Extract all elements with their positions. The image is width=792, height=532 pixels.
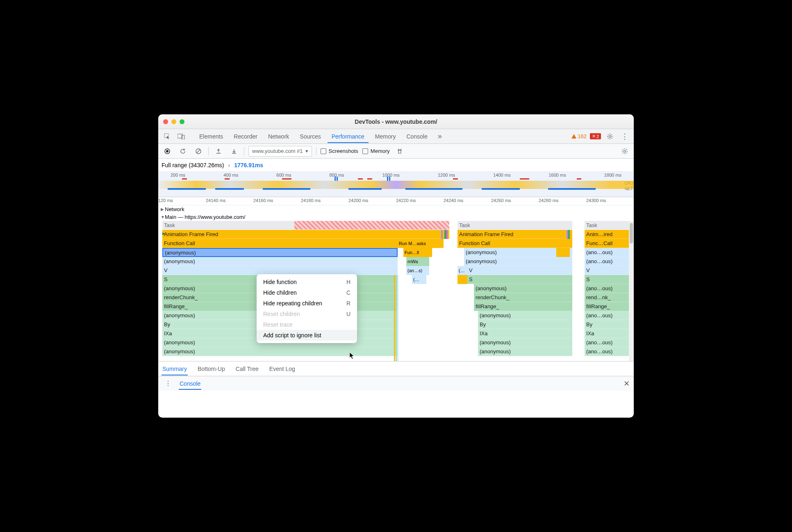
tick-label: 24260 ms (491, 198, 539, 205)
ctx-shortcut: R (346, 300, 350, 307)
console-drawer: ⋮ Console ✕ (158, 376, 634, 391)
tab-network[interactable]: Network (264, 130, 293, 143)
reload-record-button[interactable] (177, 146, 189, 157)
tab-bottom-up[interactable]: Bottom-Up (197, 362, 226, 375)
settings-icon[interactable] (604, 131, 616, 142)
flame-slice[interactable]: Fun…ll (403, 248, 432, 257)
ctx-add-to-ignore-list[interactable]: Add script to ignore list (257, 330, 357, 341)
flame-event[interactable]: Animation Frame Fired (162, 230, 449, 239)
flame-ixa[interactable]: IXa (478, 329, 572, 338)
flame-anonymous[interactable]: (anonymous) (478, 338, 572, 347)
flame-anonymous[interactable]: (anonymous) (478, 311, 572, 320)
flame-chart[interactable]: ▸ Task Animation Frame Fired Function Ca… (158, 221, 634, 361)
flame-fill-range[interactable]: fillRange_ (585, 302, 629, 311)
flame-slice[interactable] (457, 275, 467, 284)
flame-event[interactable]: Anim…ired (585, 230, 629, 239)
flame-event[interactable]: Animation Frame Fired (457, 230, 572, 239)
errors-badge[interactable]: ✕ 2 (590, 133, 601, 139)
flame-anonymous[interactable]: (ano…ous) (585, 284, 629, 293)
breadcrumb-full-range[interactable]: Full range (34307.26ms) (162, 162, 224, 168)
main-section-header[interactable]: ▼ Main — https://www.youtube.com/ (158, 213, 634, 221)
drawer-tab-console[interactable]: Console (179, 377, 201, 390)
upload-icon[interactable] (213, 146, 224, 157)
flame-fill-range[interactable]: fillRange_ (474, 302, 572, 311)
tab-elements[interactable]: Elements (195, 130, 227, 143)
flame-slice[interactable]: (… (412, 275, 426, 284)
flame-anonymous-selected[interactable]: (anonymous) (162, 248, 398, 257)
flame-by[interactable]: By (585, 320, 629, 329)
ctx-hide-function[interactable]: Hide function H (257, 277, 357, 287)
flame-task[interactable]: Task (162, 221, 449, 230)
tick-label: 24140 ms (206, 198, 253, 205)
tick-label: 24240 ms (444, 198, 491, 205)
close-drawer-button[interactable]: ✕ (624, 379, 630, 388)
screenshots-toggle[interactable]: Screenshots (321, 148, 358, 154)
flame-anonymous[interactable]: (anonymous) (162, 347, 398, 356)
profile-selector-dropdown[interactable]: www.youtube.com #1 ▾ (248, 146, 312, 157)
flame-v[interactable]: V (467, 266, 572, 275)
pause-marker-icon (387, 177, 391, 181)
flame-slice[interactable]: (… (457, 266, 467, 275)
flame-v[interactable]: V (585, 266, 629, 275)
tab-recorder[interactable]: Recorder (230, 130, 262, 143)
flame-slice[interactable]: mWa (406, 257, 429, 266)
pause-marker-icon (334, 177, 338, 181)
more-tabs-icon[interactable]: » (434, 131, 446, 142)
inspect-icon[interactable] (162, 131, 173, 142)
clear-button[interactable] (193, 146, 204, 157)
tab-performance[interactable]: Performance (328, 130, 369, 143)
ctx-reset-children: Reset children U (257, 309, 357, 319)
flame-function-call[interactable]: Function Call (457, 239, 572, 248)
tab-summary[interactable]: Summary (162, 362, 188, 375)
flame-v[interactable]: V (162, 266, 398, 275)
ctx-hide-repeating-children[interactable]: Hide repeating children R (257, 298, 357, 309)
tab-sources[interactable]: Sources (296, 130, 325, 143)
profile-selector-label: www.youtube.com #1 (252, 148, 303, 154)
tick-label: 24220 ms (396, 198, 444, 205)
warnings-badge[interactable]: 162 (571, 133, 587, 139)
flame-anonymous[interactable]: (ano…ous) (585, 338, 629, 347)
breadcrumb-current[interactable]: 1776.91ms (234, 162, 263, 168)
download-icon[interactable] (228, 146, 240, 157)
flame-slice[interactable]: (an…s) (406, 266, 429, 275)
tab-event-log[interactable]: Event Log (269, 362, 296, 375)
flame-render-chunk[interactable]: rend…nk_ (585, 293, 629, 302)
flame-anonymous[interactable]: (anonymous) (162, 257, 398, 266)
memory-toggle[interactable]: Memory (362, 148, 390, 154)
panel-settings-icon[interactable] (619, 146, 630, 157)
flame-ixa[interactable]: IXa (585, 329, 629, 338)
flame-slice[interactable] (556, 248, 570, 257)
flame-s[interactable]: S (467, 275, 572, 284)
flame-s[interactable]: S (585, 275, 629, 284)
flame-task[interactable]: Task (585, 221, 629, 230)
flame-anonymous[interactable]: (ano…ous) (585, 257, 629, 266)
flame-function-call[interactable]: Func…Call (585, 239, 629, 248)
flame-anonymous[interactable]: (ano…ous) (585, 311, 629, 320)
main-tabstrip: Elements Recorder Network Sources Perfor… (158, 129, 634, 144)
flame-task[interactable]: Task (457, 221, 572, 230)
tab-memory[interactable]: Memory (371, 130, 400, 143)
ctx-hide-children[interactable]: Hide children C (257, 287, 357, 298)
device-toolbar-icon[interactable] (175, 131, 187, 142)
ctx-label: Hide repeating children (263, 300, 322, 307)
network-section-header[interactable]: ▶ Network (158, 205, 634, 213)
flame-render-chunk[interactable]: renderChunk_ (474, 293, 572, 302)
flame-slice[interactable]: Run M…asks (398, 239, 444, 248)
drawer-kebab-icon[interactable]: ⋮ (162, 378, 174, 389)
overview-minimap[interactable]: 200 ms 400 ms 600 ms 800 ms 1000 ms 1200… (158, 172, 634, 197)
flame-anonymous[interactable]: (anonymous) (474, 284, 572, 293)
flame-by[interactable]: By (478, 320, 572, 329)
flame-anonymous[interactable]: (ano…ous) (585, 347, 629, 356)
tab-call-tree[interactable]: Call Tree (235, 362, 259, 375)
vertical-scrollbar[interactable] (629, 221, 634, 361)
kebab-menu-icon[interactable]: ⋮ (619, 131, 630, 142)
flame-function-call[interactable]: Function Call (162, 239, 398, 248)
flame-anonymous[interactable]: (anonymous) (464, 257, 572, 266)
garbage-collect-icon[interactable] (394, 146, 405, 157)
record-button[interactable] (162, 146, 173, 157)
flame-anonymous[interactable]: (anonymous) (478, 347, 572, 356)
tab-console[interactable]: Console (402, 130, 431, 143)
flame-anonymous[interactable]: (ano…ous) (585, 248, 629, 257)
tick-label: 400 ms (223, 173, 238, 178)
tick-label: 600 ms (276, 173, 291, 178)
